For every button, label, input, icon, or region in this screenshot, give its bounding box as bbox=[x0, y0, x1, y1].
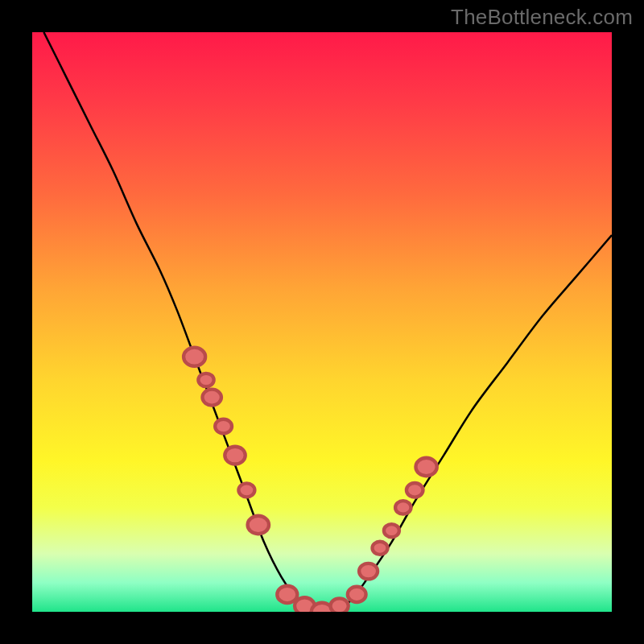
chart-frame: TheBottleneck.com bbox=[0, 0, 644, 644]
marker-point bbox=[407, 483, 423, 497]
bottleneck-curve bbox=[43, 32, 612, 612]
marker-point bbox=[384, 524, 399, 537]
marker-point bbox=[248, 516, 269, 534]
marker-point bbox=[415, 458, 436, 476]
marker-point bbox=[330, 598, 348, 612]
marker-point bbox=[395, 501, 411, 514]
marker-point bbox=[225, 447, 245, 464]
plot-area bbox=[32, 32, 612, 612]
highlight-markers bbox=[184, 348, 437, 612]
marker-point bbox=[184, 348, 205, 366]
marker-point bbox=[348, 587, 366, 602]
marker-point bbox=[202, 390, 221, 406]
marker-point bbox=[198, 374, 213, 386]
marker-point bbox=[215, 419, 232, 434]
curve-svg bbox=[32, 32, 612, 612]
marker-point bbox=[372, 542, 387, 555]
watermark-text: TheBottleneck.com bbox=[451, 5, 633, 30]
marker-point bbox=[238, 483, 254, 497]
marker-point bbox=[359, 564, 378, 580]
marker-point bbox=[277, 586, 297, 603]
